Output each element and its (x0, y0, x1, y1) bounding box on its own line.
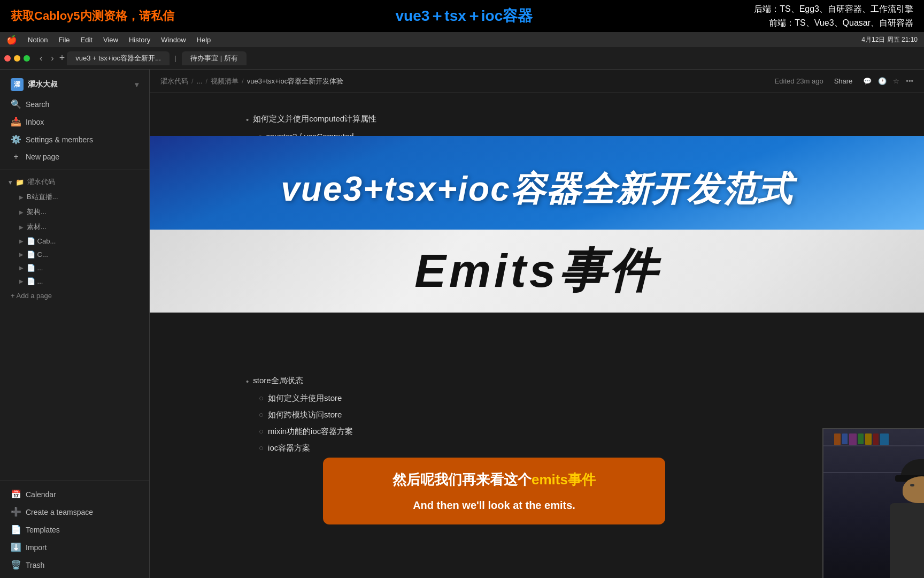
banner-right-line1: 后端：TS、Egg3、自研容器、工作流引擎 (754, 2, 913, 16)
back-button[interactable]: ‹ (36, 52, 45, 64)
sidebar-item6-label: 📄 ... (27, 264, 43, 272)
camera-background (823, 429, 924, 578)
top-banner: 获取Cabloy5内测资格，请私信 vue3＋tsx＋ioc容器 后端：TS、E… (0, 0, 924, 32)
sidebar-workspace-header[interactable]: ▾ 📁 濯水代码 (2, 175, 147, 189)
list-item-define-store-text: 如何定义并使用store (268, 391, 342, 405)
list-item-ioc-text: ioc容器方案 (268, 440, 310, 455)
menu-window[interactable]: Window (161, 36, 186, 44)
sidebar-item-new-page[interactable]: + New page (2, 149, 147, 165)
breadcrumb-item-3[interactable]: 视频清单 (211, 77, 238, 86)
sidebar-item-search[interactable]: 🔍 Search (2, 96, 147, 112)
breadcrumb-current[interactable]: vue3+tsx+ioc容器全新开发体验 (247, 77, 344, 86)
forward-button[interactable]: › (48, 52, 57, 64)
sidebar-item-bstation[interactable]: ▶ B站直播... (2, 190, 147, 204)
subtitle-en: And then we'll look at the emits. (338, 496, 650, 515)
sidebar-item-architecture[interactable]: ▶ 架构... (2, 205, 147, 219)
subtitle-cn-part1: 然后呢我们再来看这个 (392, 471, 532, 488)
tab-2[interactable]: 待办事宜 | 所有 (182, 51, 247, 65)
workspace-name: 濯水代码 (27, 177, 55, 187)
subtitle-overlay: 然后呢我们再来看这个emits事件 And then we'll look at… (323, 458, 665, 524)
triangle-icon-3: ▶ (19, 224, 24, 230)
sidebar-calendar-label: Calendar (26, 490, 56, 499)
user-name: 濯水大叔 (28, 80, 58, 89)
search-icon: 🔍 (11, 99, 21, 109)
breadcrumb-item-1[interactable]: 濯水代码 (160, 77, 188, 86)
menu-history[interactable]: History (129, 36, 150, 44)
sidebar-c-label: 📄 C... (27, 250, 48, 258)
workspace-chevron-icon: ▾ (9, 178, 12, 186)
apple-icon[interactable]: 🍎 (6, 35, 17, 45)
tab-1[interactable]: vue3 + tsx+ioc容器全新开... (67, 51, 170, 65)
sidebar-settings-label: Settings & members (26, 135, 93, 144)
sidebar-item-trash[interactable]: 🗑️ Trash (2, 557, 147, 573)
subtitle-cn: 然后呢我们再来看这个emits事件 (338, 467, 650, 492)
list-item-mixin-text: mixin功能的ioc容器方案 (268, 424, 353, 438)
menu-view[interactable]: View (103, 36, 118, 44)
breadcrumb-sep-3: / (242, 77, 244, 85)
sidebar-new-page-label: New page (26, 153, 59, 161)
tab-navigation: ‹ › (36, 52, 57, 64)
maximize-button[interactable] (24, 55, 30, 62)
close-button[interactable] (4, 55, 11, 62)
sidebar-add-page-btn[interactable]: + Add a page (2, 288, 147, 303)
sidebar: 濯 濯水大叔 ▾ 🔍 Search 📥 Inbox ⚙️ Settings & … (0, 70, 150, 578)
sidebar-item-calendar[interactable]: 📅 Calendar (2, 486, 147, 503)
sidebar-templates-label: Templates (26, 526, 60, 534)
menu-edit[interactable]: Edit (81, 36, 93, 44)
sidebar-item-c[interactable]: ▶ 📄 C... (2, 248, 147, 261)
sidebar-item-import[interactable]: ⬇️ Import (2, 539, 147, 556)
sidebar-item-templates[interactable]: 📄 Templates (2, 521, 147, 538)
user-chevron-icon: ▾ (135, 80, 138, 89)
list-item-store: • store全局状态 (246, 372, 828, 390)
menubar: 🍎 Notion File Edit View History Window H… (0, 32, 924, 47)
list-item-define-store: ○ 如何定义并使用store (259, 390, 828, 406)
new-tab-button[interactable]: + (59, 52, 65, 64)
person-head-container (900, 459, 924, 502)
plus-icon: + (11, 152, 21, 162)
sidebar-item-7[interactable]: ▶ 📄 ... (2, 275, 147, 287)
share-button[interactable]: Share (830, 75, 857, 87)
breadcrumb-actions: Edited 23m ago Share 💬 🕐 ☆ ••• (775, 75, 913, 87)
doc-content[interactable]: • 如何定义并使用computed计算属性 ▪ counter2 / useCo… (150, 93, 924, 578)
eye-left (910, 484, 914, 486)
list-item-mixin: ○ mixin功能的ioc容器方案 (259, 423, 828, 439)
sidebar-item-create-teamspace[interactable]: ➕ Create a teamspace (2, 504, 147, 520)
comment-icon[interactable]: 💬 (863, 77, 872, 85)
sidebar-divider-1 (0, 170, 149, 170)
person-body (890, 503, 924, 578)
clock-icon[interactable]: 🕐 (878, 77, 887, 85)
sidebar-item-cab[interactable]: ▶ 📄 Cab... (2, 235, 147, 247)
sidebar-item-materials[interactable]: ▶ 素材... (2, 220, 147, 234)
add-icon: + Add a page (11, 292, 52, 300)
sidebar-search-label: Search (26, 100, 49, 109)
list-item-computed-text: 如何定义并使用computed计算属性 (253, 111, 376, 126)
sidebar-materials-label: 素材... (27, 222, 47, 232)
video-blue-section: vue3+tsx+ioc容器全新开发范式 (150, 136, 924, 243)
sidebar-import-label: Import (26, 543, 47, 552)
banner-center-text: vue3＋tsx＋ioc容器 (396, 6, 533, 26)
list-item-ioc: ○ ioc容器方案 (259, 439, 828, 456)
triangle-icon-7: ▶ (19, 278, 24, 284)
list-item-cross-store: ○ 如何跨模块访问store (259, 406, 828, 423)
menu-help[interactable]: Help (197, 36, 211, 44)
star-icon[interactable]: ☆ (893, 77, 899, 85)
menu-file[interactable]: File (59, 36, 70, 44)
sidebar-user[interactable]: 濯 濯水大叔 ▾ (2, 74, 147, 95)
breadcrumb-sep-2: / (205, 77, 207, 85)
menu-notion[interactable]: Notion (28, 36, 48, 44)
trash-icon: 🗑️ (11, 560, 21, 570)
window-controls (4, 55, 30, 62)
minimize-button[interactable] (14, 55, 20, 62)
sidebar-item-inbox[interactable]: 📥 Inbox (2, 113, 147, 130)
banner-right-text: 后端：TS、Egg3、自研容器、工作流引擎 前端：TS、Vue3、Quasar、… (754, 2, 913, 29)
breadcrumb-item-2[interactable]: ... (197, 77, 203, 85)
sidebar-item7-label: 📄 ... (27, 277, 43, 285)
sidebar-item-6[interactable]: ▶ 📄 ... (2, 262, 147, 274)
more-icon[interactable]: ••• (906, 77, 913, 85)
camera-feed (822, 428, 924, 578)
workspace-icon: 📁 (16, 178, 24, 186)
sidebar-item-settings[interactable]: ⚙️ Settings & members (2, 131, 147, 148)
triangle-icon-2: ▶ (19, 209, 24, 215)
banner-left-text: 获取Cabloy5内测资格，请私信 (11, 8, 174, 24)
books (834, 434, 889, 445)
